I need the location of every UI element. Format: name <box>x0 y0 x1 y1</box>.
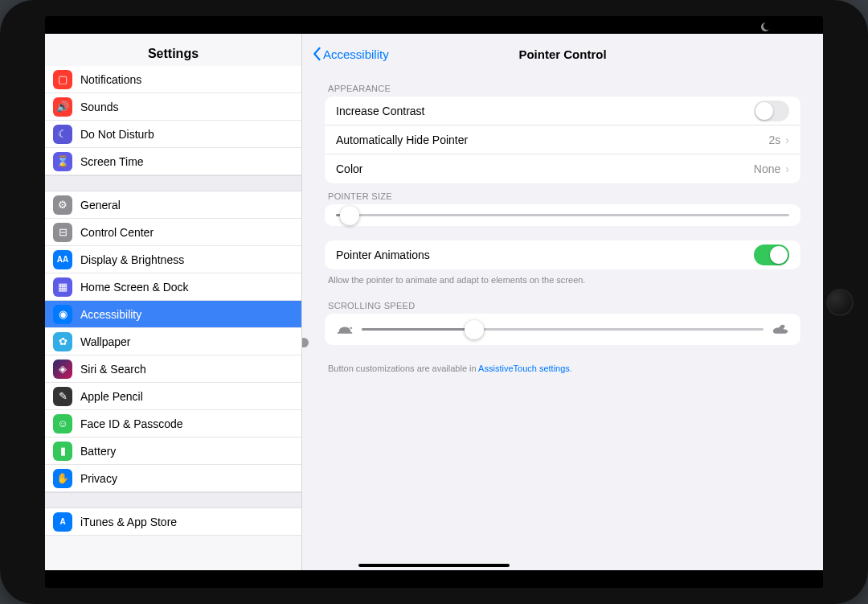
pointer-animations-label: Pointer Animations <box>336 249 754 261</box>
color-value: None <box>754 162 780 175</box>
pointer-size-header: POINTER SIZE <box>328 191 797 201</box>
sidebar: Settings ▢Notifications🔊Sounds☾Do Not Di… <box>45 34 302 570</box>
sidebar-item-label: General <box>80 199 121 212</box>
appearance-header: APPEARANCE <box>328 84 797 93</box>
sidebar-item-label: Do Not Disturb <box>80 128 154 141</box>
AA-icon: AA <box>53 250 72 269</box>
flower-icon: ✿ <box>53 332 72 351</box>
sidebar-item-label: Privacy <box>80 472 117 485</box>
sidebar-item-label: Siri & Search <box>80 363 146 376</box>
sidebar-item-label: iTunes & App Store <box>80 516 177 528</box>
color-label: Color <box>336 162 754 175</box>
battery-icon: ▮ <box>53 442 72 461</box>
pointer-animations-switch[interactable] <box>754 244 789 265</box>
speaker-icon: 🔊 <box>53 97 72 117</box>
sidebar-item-general[interactable]: ⚙General <box>45 191 301 219</box>
sidebar-item-label: Battery <box>80 445 116 458</box>
sidebar-item-do-not-disturb[interactable]: ☾Do Not Disturb <box>45 121 301 148</box>
square-icon: ▢ <box>53 70 72 89</box>
sidebar-item-battery[interactable]: ▮Battery <box>45 438 301 465</box>
sidebar-item-label: Wallpaper <box>80 335 131 348</box>
home-indicator[interactable] <box>358 564 510 567</box>
gear-icon: ⚙ <box>53 195 72 215</box>
hare-icon <box>772 323 789 335</box>
pointer-animations-row[interactable]: Pointer Animations <box>325 240 800 269</box>
scrolling-speed-header: SCROLLING SPEED <box>328 301 797 310</box>
auto-hide-value: 2s <box>769 134 781 146</box>
sidebar-item-siri-search[interactable]: ◈Siri & Search <box>45 355 301 383</box>
pointer-size-slider[interactable] <box>325 204 800 226</box>
sidebar-item-label: Notifications <box>80 73 141 86</box>
sidebar-item-label: Accessibility <box>80 308 141 321</box>
color-row[interactable]: Color None › <box>325 154 800 183</box>
sidebar-item-control-center[interactable]: ⊟Control Center <box>45 219 301 246</box>
sidebar-item-home-screen-dock[interactable]: ▦Home Screen & Dock <box>45 273 301 301</box>
sidebar-title: Settings <box>45 34 301 66</box>
grid-icon: ▦ <box>53 277 72 297</box>
chevron-right-icon: › <box>785 162 789 175</box>
increase-contrast-label: Increase Contrast <box>336 105 754 117</box>
chevron-left-icon <box>312 47 321 61</box>
sidebar-item-apple-pencil[interactable]: ✎Apple Pencil <box>45 383 301 410</box>
sidebar-item-face-id-passcode[interactable]: ☺Face ID & Passcode <box>45 410 301 438</box>
assistivetouch-link[interactable]: AssistiveTouch settings <box>478 364 570 373</box>
sidebar-item-wallpaper[interactable]: ✿Wallpaper <box>45 328 301 355</box>
A-icon: A <box>53 512 72 532</box>
sidebar-item-label: Face ID & Passcode <box>80 417 183 430</box>
moon-icon: ☾ <box>53 125 72 144</box>
sidebar-item-label: Control Center <box>80 226 154 239</box>
increase-contrast-row[interactable]: Increase Contrast <box>325 97 800 125</box>
sidebar-item-label: Apple Pencil <box>80 390 143 403</box>
person-icon: ◉ <box>53 305 72 324</box>
sidebar-item-privacy[interactable]: ✋Privacy <box>45 465 301 492</box>
sidebar-item-screen-time[interactable]: ⌛Screen Time <box>45 148 301 175</box>
pointer-cursor-icon <box>302 338 309 347</box>
sidebar-item-sounds[interactable]: 🔊Sounds <box>45 93 301 121</box>
face-icon: ☺ <box>53 414 72 433</box>
sidebar-item-accessibility[interactable]: ◉Accessibility <box>45 301 301 328</box>
sidebar-item-label: Display & Brightness <box>80 253 184 266</box>
scrolling-speed-slider[interactable] <box>325 314 800 345</box>
sidebar-item-label: Screen Time <box>80 155 144 168</box>
pencil-icon: ✎ <box>53 387 72 406</box>
back-label: Accessibility <box>323 47 389 61</box>
sidebar-item-display-brightness[interactable]: AADisplay & Brightness <box>45 246 301 273</box>
auto-hide-label: Automatically Hide Pointer <box>336 134 769 146</box>
chevron-right-icon: › <box>785 134 789 146</box>
pointer-animations-footer: Allow the pointer to animate and adapt t… <box>328 274 797 286</box>
detail-pane: Accessibility Pointer Control APPEARANCE… <box>302 34 823 570</box>
sidebar-item-label: Home Screen & Dock <box>80 281 189 294</box>
increase-contrast-switch[interactable] <box>754 101 789 121</box>
home-button[interactable] <box>826 289 854 316</box>
button-customization-footer: Button customizations are available in A… <box>328 363 797 375</box>
settings-list[interactable]: ▢Notifications🔊Sounds☾Do Not Disturb⌛Scr… <box>45 66 301 570</box>
auto-hide-row[interactable]: Automatically Hide Pointer 2s › <box>325 125 800 154</box>
sidebar-item-label: Sounds <box>80 101 118 113</box>
siri-icon: ◈ <box>53 360 72 379</box>
sidebar-item-notifications[interactable]: ▢Notifications <box>45 66 301 93</box>
hand-icon: ✋ <box>53 469 72 488</box>
hourglass-icon: ⌛ <box>53 152 72 171</box>
tortoise-icon <box>336 323 354 335</box>
back-button[interactable]: Accessibility <box>312 47 389 61</box>
sidebar-item-itunes-app-store[interactable]: AiTunes & App Store <box>45 508 301 536</box>
toggles-icon: ⊟ <box>53 223 72 242</box>
